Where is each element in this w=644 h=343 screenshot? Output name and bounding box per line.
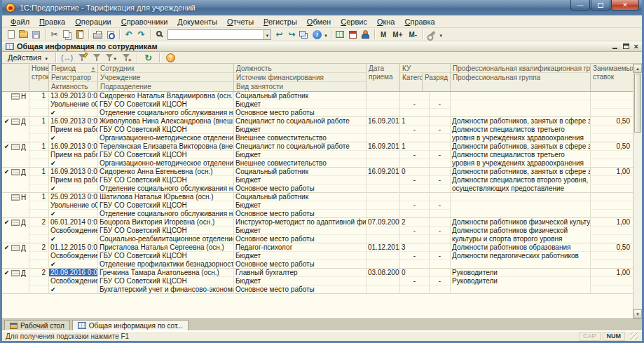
- cell-period[interactable]: 16.09.2013 0:00:00 Прием на работу... ✔: [49, 117, 98, 142]
- filter-button[interactable]: [90, 52, 102, 63]
- mdi-restore-button[interactable]: [623, 43, 629, 49]
- cell-qual-group[interactable]: Должности работников, занятых в сфере зд…: [451, 142, 591, 168]
- undo-button[interactable]: ↶: [123, 29, 135, 40]
- cell-line-number[interactable]: 2: [29, 243, 49, 269]
- tab-desktop[interactable]: Рабочий стол: [4, 320, 70, 330]
- maximize-button[interactable]: [591, 0, 610, 11]
- memory-plus-button[interactable]: M+: [390, 31, 405, 39]
- cell-rate[interactable]: 0,50: [591, 117, 633, 142]
- menu-item-Файл[interactable]: Файл: [6, 17, 34, 27]
- scrollbar-down-button[interactable]: [633, 309, 642, 318]
- table-row[interactable]: ✔ Д 2 20.09.2016 0:00:00 Освобождение, .…: [2, 269, 633, 294]
- cell-grade[interactable]: -: [430, 168, 451, 193]
- menu-item-Отчеты[interactable]: Отчеты: [223, 17, 258, 27]
- cell-grade[interactable]: -: [430, 218, 451, 243]
- cell-employee[interactable]: Сидоренко Наталья Владимировна (осн.) ГБ…: [98, 92, 234, 117]
- header-position[interactable]: Должность Источник финансирования Вид за…: [234, 64, 366, 91]
- cell-period[interactable]: 25.09.2013 0:00:00 Увольнение о0g... ✔: [49, 193, 98, 218]
- cell-position[interactable]: Специалист по социальной работе Бюджет В…: [234, 117, 366, 142]
- header-rate[interactable]: Занимаемых ставок: [591, 64, 633, 91]
- actions-button[interactable]: Действия: [6, 53, 50, 62]
- cell-line-number[interactable]: 1: [29, 142, 49, 168]
- cell-category[interactable]: 0-: [400, 269, 430, 294]
- filter-settings-button[interactable]: [76, 52, 88, 63]
- cell-employee[interactable]: Присталова Наталья Сергеевна (осн.) ГБУ …: [98, 243, 234, 269]
- cell-employee[interactable]: Боцорога Виктория Игоревна (осн.) ГБУ СО…: [98, 218, 234, 243]
- header-grade[interactable]: Разряд: [423, 73, 450, 91]
- go-back-link-button[interactable]: ↩: [273, 29, 285, 40]
- cell-row-status[interactable]: ✔ Д: [2, 142, 29, 168]
- cell-period[interactable]: 06.01.2014 0:00:00 Освобождение, ... ✔: [49, 218, 98, 243]
- filter-dropdown-button[interactable]: [105, 52, 117, 63]
- search-input[interactable]: [168, 30, 263, 39]
- service-settings-button[interactable]: [426, 29, 438, 40]
- cell-period[interactable]: 16.09.2013 0:00:00 Прием на работу... ✔: [49, 168, 98, 193]
- calendar-button[interactable]: [347, 29, 359, 40]
- cell-line-number[interactable]: 2: [29, 269, 49, 294]
- cell-period[interactable]: 01.12.2015 0:00:00 Освобождение, ... ✔: [49, 243, 98, 269]
- info-dropdown-icon[interactable]: [324, 30, 328, 39]
- header-period[interactable]: Период▲ Регистратор Активность: [49, 64, 98, 91]
- cell-category[interactable]: 3-: [400, 243, 430, 269]
- header-employee[interactable]: Сотрудник Учреждение Подразделение: [98, 64, 234, 91]
- cell-employee[interactable]: Живолупова Нина Александровна (внеш. сов…: [98, 117, 234, 142]
- cell-row-status[interactable]: ✔ Д: [2, 243, 29, 269]
- cell-rate[interactable]: 1,00: [591, 168, 633, 193]
- cell-grade[interactable]: -: [430, 142, 451, 168]
- table-row[interactable]: ✔ Д 1 16.09.2013 0:00:00 Прием на работу…: [2, 168, 633, 193]
- cell-employee[interactable]: Гречкина Тамара Анатольевна (осн.) ГБУ С…: [98, 269, 234, 294]
- scrollbar-track[interactable]: [633, 133, 642, 309]
- cell-row-status[interactable]: ✔ Д: [2, 218, 29, 243]
- cell-line-number[interactable]: 1: [29, 92, 49, 117]
- user-button[interactable]: [359, 29, 371, 40]
- mdi-close-button[interactable]: ×: [634, 43, 638, 50]
- cell-hire-date[interactable]: 16.09.2013: [366, 117, 400, 142]
- cell-hire-date[interactable]: 07.09.2009: [366, 218, 400, 243]
- cell-employee[interactable]: Шатилова Наталья Юрьевна (осн.) ГБУ СО С…: [98, 193, 234, 218]
- cell-hire-date[interactable]: 03.08.2007: [366, 269, 400, 294]
- cell-rate[interactable]: 1,00: [591, 269, 633, 294]
- print-preview-button[interactable]: [104, 29, 116, 40]
- scrollbar-thumb[interactable]: [634, 74, 641, 133]
- cell-position[interactable]: Социальный работник Бюджет Основное мест…: [234, 193, 366, 218]
- header-status[interactable]: [2, 64, 29, 91]
- cell-hire-date[interactable]: 01.12.2011: [366, 243, 400, 269]
- cell-qual-group[interactable]: Руководители Руководители: [451, 269, 591, 294]
- close-button[interactable]: ✕: [611, 0, 639, 11]
- header-category[interactable]: Категор...: [400, 73, 423, 91]
- cell-category[interactable]: -: [400, 193, 430, 218]
- table-row[interactable]: ✔ Д 1 16.09.2013 0:00:00 Прием на работу…: [2, 117, 633, 142]
- menu-item-Окна[interactable]: Окна: [373, 17, 399, 27]
- cell-qual-group[interactable]: [451, 92, 591, 117]
- mdi-minimize-button[interactable]: [612, 43, 618, 50]
- column-width-button[interactable]: (↔): [61, 52, 73, 63]
- refresh-button[interactable]: ↻: [142, 52, 154, 63]
- clear-filter-button[interactable]: ×: [120, 52, 132, 63]
- cell-grade[interactable]: -: [430, 92, 451, 117]
- table-row[interactable]: ✔ Д 2 06.01.2014 0:00:00 Освобождение, .…: [2, 218, 633, 243]
- cut-button[interactable]: ✂: [48, 29, 60, 40]
- go-forward-link-button[interactable]: ↪: [286, 29, 298, 40]
- cell-rate[interactable]: 0,50: [591, 142, 633, 168]
- vertical-scrollbar[interactable]: [633, 64, 642, 318]
- search-dropdown-button[interactable]: [263, 30, 270, 39]
- cell-row-status[interactable]: Н: [2, 92, 29, 117]
- minimize-button[interactable]: —: [570, 0, 590, 11]
- cell-grade[interactable]: -: [430, 243, 451, 269]
- cell-line-number[interactable]: 2: [29, 218, 49, 243]
- menu-item-Обмен[interactable]: Обмен: [303, 17, 335, 27]
- help-button[interactable]: ?: [165, 52, 177, 63]
- cell-line-number[interactable]: 1: [29, 117, 49, 142]
- cell-qual-group[interactable]: Должности работников физической культуры…: [451, 218, 591, 243]
- cell-position[interactable]: Специалист по социальной работе Бюджет В…: [234, 142, 366, 168]
- cell-row-status[interactable]: ✔ Д: [2, 269, 29, 294]
- menu-item-Справочники[interactable]: Справочники: [117, 17, 172, 27]
- new-document-button[interactable]: [5, 29, 17, 40]
- cell-position[interactable]: Социальный работник Бюджет Основное мест…: [234, 168, 366, 193]
- cell-row-status[interactable]: ✔ Д: [2, 168, 29, 193]
- cell-period[interactable]: 16.09.2013 0:00:00 Прием на работу... ✔: [49, 142, 98, 168]
- info-button[interactable]: i: [311, 29, 323, 40]
- paste-button[interactable]: [74, 29, 85, 40]
- cell-qual-group[interactable]: Должности работников образования Должнос…: [451, 243, 591, 269]
- menu-item-Документы[interactable]: Документы: [173, 17, 221, 27]
